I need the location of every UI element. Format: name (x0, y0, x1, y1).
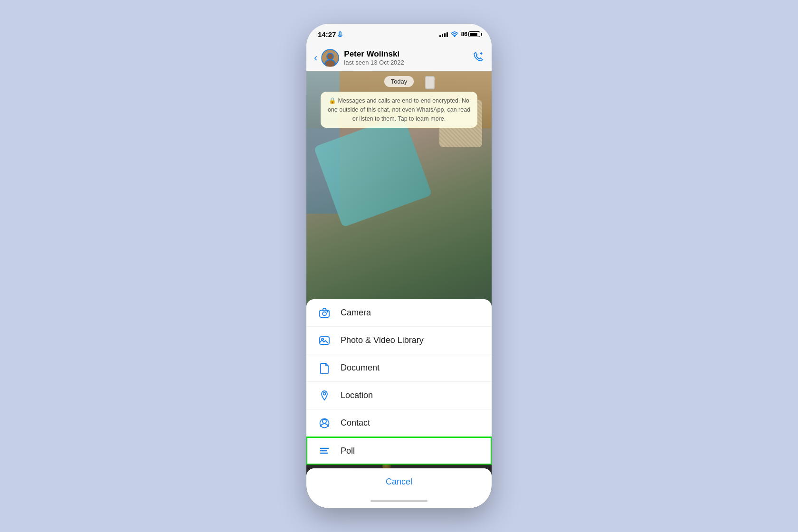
home-indicator (306, 495, 492, 508)
action-photo-video[interactable]: Photo & Video Library (306, 327, 492, 354)
battery-icon: 86 (461, 31, 482, 38)
action-sheet-container: Camera Photo & Video Library (306, 299, 492, 508)
svg-rect-0 (339, 32, 341, 35)
user-name: Peter Wolinski (344, 49, 473, 59)
contact-label: Contact (341, 418, 370, 428)
svg-point-4 (327, 53, 333, 60)
location-icon (318, 389, 331, 402)
cancel-label: Cancel (386, 477, 412, 487)
contact-icon (318, 417, 331, 430)
nav-bar: ‹ Peter Wolinski last seen 13 Oct 2022 (306, 45, 492, 71)
battery-percentage: 86 (461, 31, 467, 38)
document-icon (318, 361, 331, 375)
encryption-notice[interactable]: 🔒 Messages and calls are end-to-end encr… (321, 92, 477, 128)
svg-point-5 (325, 60, 335, 66)
document-label: Document (341, 363, 380, 373)
cancel-button[interactable]: Cancel (306, 468, 492, 495)
phone-frame: 14:27 86 (306, 24, 492, 508)
recording-indicator-icon (338, 31, 342, 37)
svg-point-2 (454, 37, 455, 37)
photo-icon (318, 334, 331, 347)
user-status: last seen 13 Oct 2022 (344, 59, 473, 66)
action-document[interactable]: Document (306, 354, 492, 382)
date-badge: Today (312, 76, 486, 87)
status-time: 14:27 (318, 30, 342, 38)
back-button[interactable]: ‹ (314, 52, 317, 64)
user-info: Peter Wolinski last seen 13 Oct 2022 (344, 49, 473, 66)
photo-video-label: Photo & Video Library (341, 335, 424, 345)
camera-icon (318, 306, 331, 320)
status-bar: 14:27 86 (306, 24, 492, 45)
phone-call-button[interactable] (473, 51, 484, 65)
signal-bars-icon (439, 31, 448, 37)
svg-point-12 (323, 419, 326, 423)
avatar (321, 49, 339, 67)
wifi-icon (451, 31, 458, 37)
avatar-image (322, 49, 339, 66)
date-badge-text: Today (384, 76, 414, 87)
chat-messages: Today 🔒 Messages and calls are end-to-en… (306, 71, 492, 133)
action-contact[interactable]: Contact (306, 409, 492, 437)
svg-point-8 (327, 311, 328, 312)
time-display: 14:27 (318, 30, 336, 38)
svg-point-7 (323, 312, 326, 315)
action-location[interactable]: Location (306, 382, 492, 409)
status-icons: 86 (439, 31, 482, 38)
action-camera[interactable]: Camera (306, 299, 492, 327)
svg-point-11 (323, 392, 326, 395)
poll-label: Poll (341, 446, 355, 456)
poll-icon (318, 444, 331, 457)
chat-area: Today 🔒 Messages and calls are end-to-en… (306, 71, 492, 508)
action-poll[interactable]: Poll (306, 437, 492, 465)
camera-label: Camera (341, 308, 371, 318)
action-sheet: Camera Photo & Video Library (306, 299, 492, 465)
location-label: Location (341, 390, 373, 400)
